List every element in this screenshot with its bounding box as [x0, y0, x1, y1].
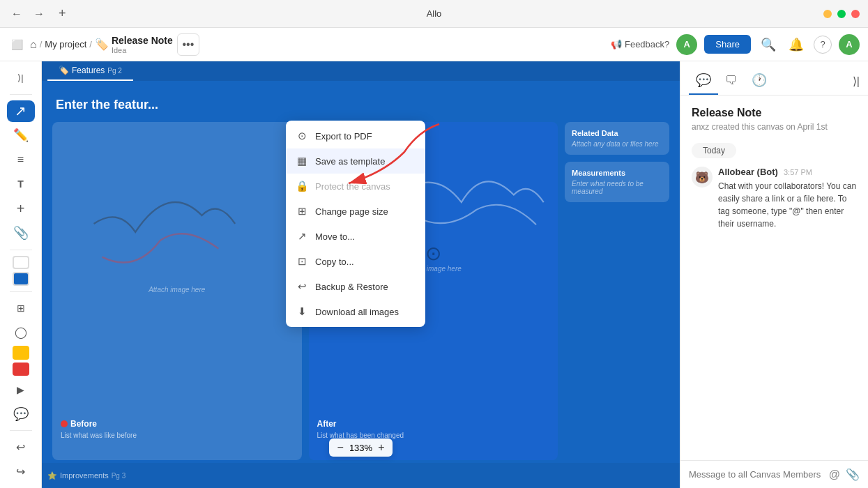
- shapes-tool-button[interactable]: ◯: [7, 321, 35, 343]
- breadcrumb-nav: ⌂ / My project / 🏷️ Release Note Idea: [30, 35, 173, 54]
- download-icon: ⬇: [296, 305, 308, 318]
- zoom-out-button[interactable]: −: [337, 441, 344, 454]
- menu-protect-label: Protect the canvas: [315, 181, 390, 192]
- improvements-tab-icon: ⭐: [47, 471, 57, 480]
- related-data-title: Related Data: [572, 129, 662, 137]
- white-color-swatch[interactable]: [13, 256, 29, 270]
- menu-copy-to-label: Copy to...: [315, 257, 354, 267]
- canvas-header: Enter the featur...: [56, 98, 158, 112]
- menu-download-images[interactable]: ⬇ Download all images: [286, 299, 425, 324]
- divider3: [10, 291, 32, 292]
- video-tool-button[interactable]: ▶: [7, 379, 35, 400]
- canvas-tabs: 🏷️ Features Pg 2: [42, 61, 680, 81]
- menu-change-page-size[interactable]: ⊞ Change page size: [286, 199, 425, 224]
- close-button[interactable]: [851, 10, 860, 18]
- panel-expand-button[interactable]: ⟩|: [853, 75, 860, 88]
- comment-tool-button[interactable]: 💬: [7, 403, 35, 425]
- project-link[interactable]: My project: [45, 39, 86, 49]
- before-sub-label: List what was like before: [61, 432, 137, 439]
- red-color-swatch[interactable]: [13, 363, 29, 376]
- bot-name: Allobear (Bot): [718, 167, 778, 177]
- zoom-controls: − 133% +: [329, 439, 393, 457]
- backup-icon: ↩: [296, 280, 308, 293]
- copy-to-icon: ⊡: [296, 255, 308, 268]
- minimize-button[interactable]: [823, 10, 832, 18]
- features-tab-icon: 🏷️: [59, 66, 69, 75]
- current-user-avatar[interactable]: A: [839, 34, 860, 55]
- related-data-label: Attach any data or files here: [572, 140, 662, 148]
- menu-save-template[interactable]: ▦ Save as template: [286, 148, 425, 174]
- before-card: Attach image here Before List what was l…: [52, 122, 302, 460]
- add-tool-button[interactable]: +: [7, 198, 35, 220]
- panel-tab-chat[interactable]: 💬: [689, 67, 718, 95]
- save-template-icon: ▦: [296, 155, 308, 167]
- menu-copy-to[interactable]: ⊡ Copy to...: [286, 249, 425, 274]
- more-options-button[interactable]: •••: [177, 33, 199, 56]
- notifications-button[interactable]: 🔔: [786, 34, 807, 55]
- canvas-tab-features[interactable]: 🏷️ Features Pg 2: [47, 61, 133, 81]
- menu-protect-canvas: 🔒 Protect the canvas: [286, 174, 425, 199]
- panel-tab-history[interactable]: 🕐: [745, 67, 774, 95]
- before-badge: Before: [61, 419, 137, 429]
- menu-move-to[interactable]: ↗ Move to...: [286, 224, 425, 249]
- canvas-icon: 🏷️: [95, 38, 109, 51]
- maximize-button[interactable]: [837, 10, 846, 18]
- header-bar: ⬜ ⌂ / My project / 🏷️ Release Note Idea …: [0, 28, 868, 61]
- page-size-icon: ⊞: [296, 205, 308, 218]
- help-button[interactable]: ?: [814, 36, 832, 54]
- divider2: [10, 250, 32, 250]
- sidebar-toggle-button[interactable]: ⬜: [8, 36, 26, 53]
- header-actions: 📢 Feedback? A Share 🔍 🔔 ? A: [611, 34, 860, 55]
- back-button[interactable]: ←: [8, 5, 25, 23]
- redo-button[interactable]: ↪: [7, 461, 35, 482]
- breadcrumb: ⬜ ⌂ / My project / 🏷️ Release Note Idea …: [8, 33, 605, 56]
- home-icon[interactable]: ⌂: [30, 38, 37, 51]
- forward-button[interactable]: →: [31, 5, 47, 23]
- bot-time: 3:57 PM: [784, 168, 812, 176]
- menu-backup-restore[interactable]: ↩ Backup & Restore: [286, 274, 425, 299]
- bot-avatar: 🐻: [692, 167, 713, 188]
- panel-tabs: 💬 🗨 🕐 ⟩|: [680, 61, 868, 96]
- right-panel: 💬 🗨 🕐 ⟩| Release Note anxz created this …: [680, 61, 868, 488]
- panel-tab-comments[interactable]: 🗨: [718, 68, 745, 95]
- features-tab-page: Pg 2: [107, 67, 122, 75]
- yellow-color-swatch[interactable]: [13, 346, 29, 360]
- attach-button[interactable]: 📎: [846, 468, 860, 481]
- after-label: After: [317, 419, 404, 429]
- bot-message-text: Chat with your collaborators! You can ea…: [718, 180, 857, 230]
- move-to-icon: ↗: [296, 230, 308, 243]
- improvements-tab[interactable]: ⭐ Improvements Pg 3: [47, 471, 125, 480]
- type-tool-button[interactable]: T: [7, 174, 35, 195]
- user-avatar[interactable]: A: [676, 34, 697, 55]
- divider1: [10, 94, 32, 95]
- pen-tool-button[interactable]: ✏️: [7, 125, 35, 146]
- separator2: /: [89, 39, 92, 49]
- context-menu: ⊙ Export to PDF ▦ Save as template 🔒 Pro…: [286, 121, 425, 327]
- select-tool-button[interactable]: ↗: [7, 100, 35, 122]
- canvas-subtitle: Idea: [112, 46, 173, 54]
- panel-input-area: @ 📎: [680, 460, 868, 488]
- improvements-tab-label: Improvements: [60, 471, 109, 480]
- grid-tool-button[interactable]: ⊞: [7, 297, 35, 319]
- zoom-level: 133%: [349, 443, 372, 453]
- share-button[interactable]: Share: [704, 35, 751, 54]
- feedback-icon: 📢: [611, 39, 622, 49]
- msg-content: Allobear (Bot) 3:57 PM Chat with your co…: [718, 167, 857, 230]
- red-dot: [61, 420, 68, 427]
- collapse-sidebar-button[interactable]: ⟩|: [7, 67, 35, 89]
- related-data-card: Related Data Attach any data or files he…: [565, 122, 669, 155]
- attach-tool-button[interactable]: 📎: [7, 222, 35, 244]
- message-input[interactable]: [689, 469, 823, 480]
- undo-button[interactable]: ↩: [7, 436, 35, 458]
- text-tool-button[interactable]: ≡: [7, 149, 35, 171]
- menu-export-pdf[interactable]: ⊙ Export to PDF: [286, 123, 425, 148]
- measurements-card: Measurements Enter what needs to be meas…: [565, 162, 669, 202]
- new-tab-button[interactable]: +: [53, 3, 72, 24]
- canvas-area: 🏷️ Features Pg 2 Enter the featur... Att…: [42, 61, 680, 488]
- feedback-label: Feedback?: [625, 39, 669, 49]
- search-button[interactable]: 🔍: [758, 34, 779, 55]
- zoom-in-button[interactable]: +: [378, 441, 384, 454]
- blue-color-swatch[interactable]: [13, 272, 29, 286]
- feedback-button[interactable]: 📢 Feedback?: [611, 39, 669, 49]
- at-button[interactable]: @: [829, 468, 840, 481]
